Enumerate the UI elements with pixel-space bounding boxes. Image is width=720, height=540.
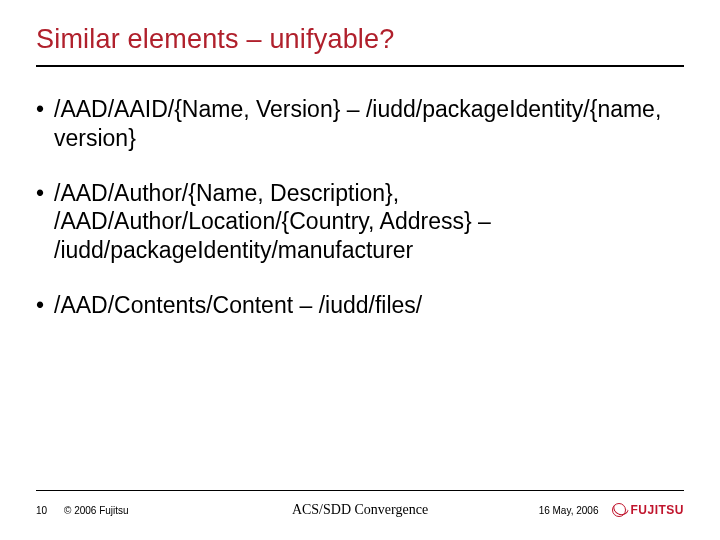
bullet-marker: • bbox=[36, 95, 54, 153]
bullet-text: /AAD/Author/{Name, Description}, /AAD/Au… bbox=[54, 179, 684, 265]
bullet-marker: • bbox=[36, 179, 54, 265]
footer-rule bbox=[36, 490, 684, 491]
slide: Similar elements – unifyable? • /AAD/AAI… bbox=[0, 0, 720, 540]
title-rule bbox=[36, 65, 684, 67]
fujitsu-logo-mark-icon bbox=[612, 503, 626, 517]
slide-title: Similar elements – unifyable? bbox=[36, 24, 684, 55]
footer-center-title: ACS/SDD Convergence bbox=[292, 502, 428, 518]
bullet-item: • /AAD/Author/{Name, Description}, /AAD/… bbox=[36, 179, 684, 265]
bullet-text: /AAD/AAID/{Name, Version} – /iudd/packag… bbox=[54, 95, 684, 153]
fujitsu-logo-text: FUJITSU bbox=[630, 503, 684, 517]
footer-date: 16 May, 2006 bbox=[539, 505, 599, 516]
slide-footer: 10 © 2006 Fujitsu ACS/SDD Convergence 16… bbox=[0, 490, 720, 528]
footer-row: 10 © 2006 Fujitsu ACS/SDD Convergence 16… bbox=[0, 495, 720, 525]
bullet-text: /AAD/Contents/Content – /iudd/files/ bbox=[54, 291, 684, 320]
copyright-text: © 2006 Fujitsu bbox=[64, 505, 129, 516]
bullet-marker: • bbox=[36, 291, 54, 320]
bullet-item: • /AAD/Contents/Content – /iudd/files/ bbox=[36, 291, 684, 320]
fujitsu-logo: FUJITSU bbox=[612, 503, 684, 517]
bullet-item: • /AAD/AAID/{Name, Version} – /iudd/pack… bbox=[36, 95, 684, 153]
page-number: 10 bbox=[36, 505, 58, 516]
slide-content: • /AAD/AAID/{Name, Version} – /iudd/pack… bbox=[36, 95, 684, 320]
